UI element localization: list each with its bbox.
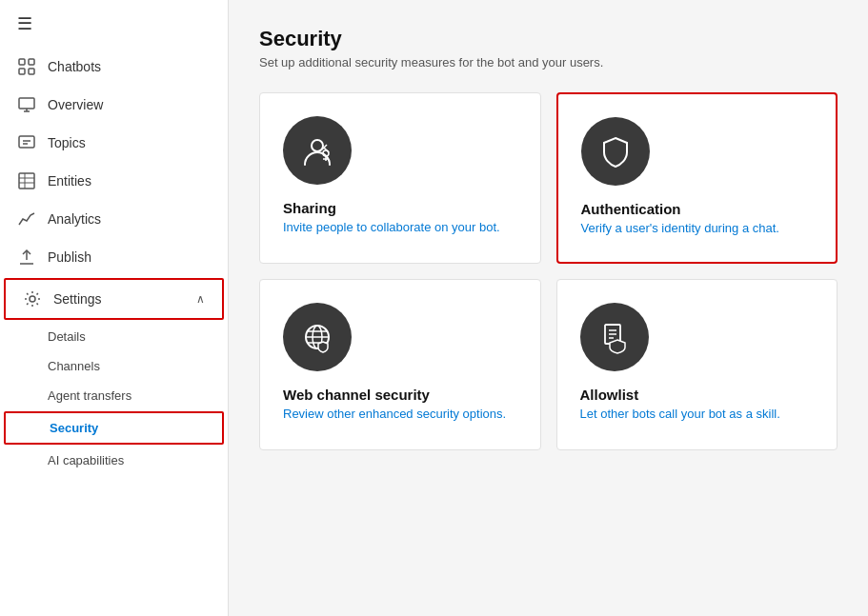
settings-submenu: Details Channels Agent transfers Securit… [0,322,228,475]
entities-icon [17,171,36,190]
web-channel-security-card[interactable]: Web channel security Review other enhanc… [259,279,541,450]
sidebar-item-settings[interactable]: Settings ∧ [4,278,224,320]
svg-rect-10 [19,173,34,189]
authentication-icon-circle [581,117,650,186]
svg-rect-7 [19,136,34,148]
allowlist-card[interactable]: Allowlist Let other bots call your bot a… [556,279,838,450]
settings-icon [23,289,42,308]
svg-rect-1 [29,59,34,65]
sidebar: ☰ Chatbots Overview [0,0,229,616]
hamburger-icon[interactable]: ☰ [0,0,228,48]
web-channel-icon-circle [283,303,352,371]
authentication-card-desc: Verify a user's identity during a chat. [581,221,779,235]
sidebar-item-overview[interactable]: Overview [0,86,228,124]
web-channel-card-desc: Review other enhanced security options. [283,407,506,421]
chatbots-icon [17,57,36,76]
sharing-card-desc: Invite people to collaborate on your bot… [283,220,500,234]
sidebar-item-entities[interactable]: Entities [0,162,228,200]
sidebar-sub-channels[interactable]: Channels [0,351,228,381]
sidebar-item-topics[interactable]: Topics [0,124,228,162]
page-title: Security [259,27,838,51]
allowlist-icon-circle [580,303,649,371]
sidebar-item-publish[interactable]: Publish [0,238,228,276]
allowlist-card-title: Allowlist [580,387,639,403]
svg-rect-0 [19,59,25,65]
sidebar-label-chatbots: Chatbots [48,59,211,74]
svg-rect-4 [19,98,34,109]
sidebar-label-entities: Entities [48,173,211,189]
sidebar-sub-security[interactable]: Security [4,411,224,445]
sidebar-sub-ai-capabilities[interactable]: AI capabilities [0,446,228,475]
allowlist-card-desc: Let other bots call your bot as a skill. [580,407,780,421]
authentication-card-title: Authentication [581,201,681,217]
sharing-icon-circle [283,116,352,185]
publish-icon [17,248,36,267]
sidebar-item-chatbots[interactable]: Chatbots [0,48,228,86]
sharing-card[interactable]: Sharing Invite people to collaborate on … [259,92,541,264]
svg-point-16 [30,296,35,302]
svg-point-17 [312,140,323,151]
sidebar-label-analytics: Analytics [48,211,211,227]
sidebar-sub-details[interactable]: Details [0,322,228,351]
analytics-icon [17,209,36,229]
sidebar-label-topics: Topics [48,135,211,150]
security-cards-grid: Sharing Invite people to collaborate on … [259,92,838,450]
sidebar-label-settings: Settings [53,291,185,307]
svg-rect-3 [29,69,34,74]
overview-icon [17,95,36,114]
sidebar-label-publish: Publish [48,249,211,265]
sharing-card-title: Sharing [283,200,336,216]
web-channel-card-title: Web channel security [283,387,430,403]
sidebar-label-overview: Overview [48,97,211,112]
chevron-up-icon: ∧ [196,292,205,306]
sidebar-sub-agent-transfers[interactable]: Agent transfers [0,381,228,410]
topics-icon [17,133,36,152]
main-content: Security Set up additional security meas… [229,0,868,616]
page-subtitle: Set up additional security measures for … [259,55,838,70]
sidebar-item-analytics[interactable]: Analytics [0,200,228,238]
authentication-card[interactable]: Authentication Verify a user's identity … [556,92,838,264]
svg-rect-2 [19,69,25,74]
